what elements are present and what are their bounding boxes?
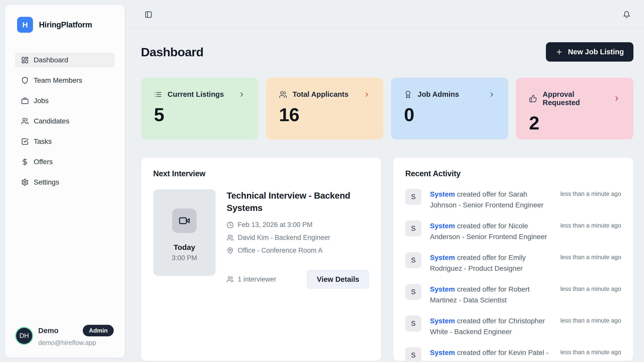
interview-day: Today xyxy=(174,243,195,252)
sidebar: H HiringPlatform Dashboard Team Members … xyxy=(5,5,125,358)
users-icon xyxy=(227,234,234,241)
award-icon xyxy=(404,90,412,99)
sidebar-item-candidates[interactable]: Candidates xyxy=(15,114,115,128)
user-profile[interactable]: DH Demo Admin demo@hireflow.app xyxy=(15,325,115,347)
stats-row: Current Listings 5 Total Applicants 16 J… xyxy=(141,78,633,140)
activity-avatar: S xyxy=(405,284,421,300)
app-logo-row: H HiringPlatform xyxy=(17,17,115,33)
page-title: Dashboard xyxy=(141,45,204,59)
activity-item: S System created offer for Emily Rodrigu… xyxy=(405,252,621,274)
sidebar-toggle-button[interactable] xyxy=(143,9,154,19)
app-logo-letter: H xyxy=(22,21,28,29)
activity-avatar: S xyxy=(405,220,421,237)
activity-timestamp: less than a minute ago xyxy=(560,220,621,229)
bottom-grid: Next Interview Today 3:00 PM Technical I… xyxy=(141,157,633,361)
dashboard-icon xyxy=(21,56,29,64)
activity-timestamp: less than a minute ago xyxy=(560,189,621,197)
activity-timestamp: less than a minute ago xyxy=(560,284,621,292)
activity-timestamp: less than a minute ago xyxy=(560,347,621,356)
shield-icon xyxy=(21,77,29,84)
map-pin-icon xyxy=(227,247,234,254)
gear-icon xyxy=(21,178,29,186)
briefcase-icon xyxy=(21,97,29,105)
activity-item: S System created offer for Sarah Johnson… xyxy=(405,189,621,210)
activity-item: S System created offer for Kevin Patel -… xyxy=(405,347,621,361)
interview-date-tile: Today 3:00 PM xyxy=(153,189,216,276)
activity-timestamp: less than a minute ago xyxy=(560,315,621,324)
interview-location: Office - Conference Room A xyxy=(238,247,323,254)
users-icon xyxy=(21,117,29,125)
next-interview-title: Next Interview xyxy=(153,169,369,178)
chevron-right-icon xyxy=(613,95,620,102)
interview-time: 3:00 PM xyxy=(172,254,197,262)
stat-value: 5 xyxy=(154,104,245,125)
sidebar-item-tasks[interactable]: Tasks xyxy=(15,134,115,149)
activity-timestamp: less than a minute ago xyxy=(560,252,621,261)
stat-value: 0 xyxy=(404,104,495,125)
plus-icon xyxy=(555,48,563,56)
sidebar-item-team-members[interactable]: Team Members xyxy=(15,73,115,88)
activity-actor-link[interactable]: System xyxy=(430,254,455,261)
activity-actor-link[interactable]: System xyxy=(430,349,455,356)
activity-actor-link[interactable]: System xyxy=(430,317,455,325)
interview-location-row: Office - Conference Room A xyxy=(227,247,369,254)
sidebar-nav: Dashboard Team Members Jobs Candidates T… xyxy=(15,53,115,195)
app-logo: H xyxy=(17,17,33,33)
next-interview-card: Next Interview Today 3:00 PM Technical I… xyxy=(141,157,381,361)
avatar: DH xyxy=(16,328,32,344)
activity-avatar: S xyxy=(405,189,421,205)
sidebar-item-offers[interactable]: Offers xyxy=(15,155,115,169)
user-info: Demo Admin demo@hireflow.app xyxy=(38,325,114,347)
activity-avatar: S xyxy=(405,347,421,361)
sidebar-item-jobs[interactable]: Jobs xyxy=(15,94,115,108)
sidebar-item-settings[interactable]: Settings xyxy=(15,175,115,190)
video-tile xyxy=(172,208,197,233)
recent-activity-card: Recent Activity S System created offer f… xyxy=(393,157,633,361)
role-badge: Admin xyxy=(83,325,114,336)
users-icon xyxy=(227,276,234,283)
notifications-button[interactable] xyxy=(621,9,632,19)
interview-datetime: Feb 13, 2026 at 3:00 PM xyxy=(238,221,312,229)
stat-card-total-applicants[interactable]: Total Applicants 16 xyxy=(266,78,383,140)
view-details-button[interactable]: View Details xyxy=(307,270,369,289)
main-area: Dashboard New Job Listing Current Listin… xyxy=(129,0,644,362)
activity-item: S System created offer for Christopher W… xyxy=(405,315,621,337)
video-icon xyxy=(179,215,190,227)
activity-avatar: S xyxy=(405,315,421,332)
activity-actor-link[interactable]: System xyxy=(430,190,455,198)
chevron-right-icon xyxy=(488,91,495,98)
recent-activity-title: Recent Activity xyxy=(405,169,621,178)
stat-card-approval-requested[interactable]: Approval Requested 2 xyxy=(516,78,633,140)
clock-icon xyxy=(227,221,234,229)
interviewer-count: 1 interviewer xyxy=(238,276,276,283)
activity-actor-link[interactable]: System xyxy=(430,222,455,230)
new-job-listing-button[interactable]: New Job Listing xyxy=(546,42,633,62)
thumbs-up-icon xyxy=(529,95,537,103)
interview-datetime-row: Feb 13, 2026 at 3:00 PM xyxy=(227,221,369,229)
new-job-listing-label: New Job Listing xyxy=(568,48,624,56)
interview-person-row: David Kim - Backend Engineer xyxy=(227,234,369,242)
activity-actor-link[interactable]: System xyxy=(430,285,455,293)
stat-value: 16 xyxy=(279,104,370,125)
bell-icon xyxy=(623,10,630,18)
interview-job-title: Technical Interview - Backend Systems xyxy=(227,189,357,214)
users-icon xyxy=(279,90,287,99)
interview-person: David Kim - Backend Engineer xyxy=(238,234,330,242)
sidebar-item-dashboard[interactable]: Dashboard xyxy=(15,53,115,67)
stat-card-job-admins[interactable]: Job Admins 0 xyxy=(391,78,508,140)
user-email: demo@hireflow.app xyxy=(38,339,114,347)
list-icon xyxy=(154,90,162,99)
check-square-icon xyxy=(21,138,29,145)
activity-item: S System created offer for Robert Martin… xyxy=(405,284,621,305)
page-head: Dashboard New Job Listing xyxy=(141,42,633,62)
activity-list: S System created offer for Sarah Johnson… xyxy=(405,189,621,361)
activity-avatar: S xyxy=(405,252,421,268)
stat-card-current-listings[interactable]: Current Listings 5 xyxy=(141,78,258,140)
chevron-right-icon xyxy=(238,91,245,98)
interview-details: Technical Interview - Backend Systems Fe… xyxy=(227,189,369,289)
chevron-right-icon xyxy=(363,91,370,98)
dollar-icon xyxy=(21,158,29,166)
content: Dashboard New Job Listing Current Listin… xyxy=(129,42,644,361)
topbar xyxy=(129,0,644,28)
activity-item: S System created offer for Nicole Anders… xyxy=(405,220,621,242)
